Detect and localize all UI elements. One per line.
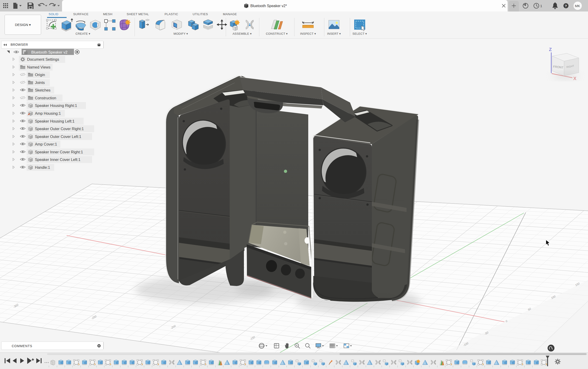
svg-text:Speaker Inner Cover Left:1: Speaker Inner Cover Left:1	[35, 157, 80, 162]
svg-text:Document Settings: Document Settings	[27, 57, 59, 62]
svg-text:COMMENTS: COMMENTS	[12, 344, 32, 348]
svg-text:Speaker Inner Cover Right:1: Speaker Inner Cover Right:1	[35, 150, 83, 154]
svg-text:Speaker Outer Cover Left:1: Speaker Outer Cover Left:1	[35, 134, 81, 139]
svg-text:Amp Cover:1: Amp Cover:1	[35, 142, 57, 146]
svg-text:Speaker Housing Right:1: Speaker Housing Right:1	[35, 103, 77, 108]
svg-text:Construction: Construction	[35, 96, 56, 100]
svg-text:Amp Housing:1: Amp Housing:1	[35, 111, 61, 115]
svg-text:Bluetooth Speaker v2: Bluetooth Speaker v2	[31, 50, 68, 54]
svg-text:Speaker Outer Cover Right:1: Speaker Outer Cover Right:1	[35, 127, 84, 131]
svg-text:Z: Z	[549, 47, 552, 52]
svg-text:Named Views: Named Views	[27, 65, 50, 69]
svg-text:Sketches: Sketches	[35, 88, 50, 92]
svg-text:Origin: Origin	[35, 73, 45, 77]
svg-text:Speaker Housing Left:1: Speaker Housing Left:1	[35, 119, 74, 123]
svg-text:Joints: Joints	[35, 81, 45, 85]
svg-text:Handle:1: Handle:1	[35, 165, 50, 169]
